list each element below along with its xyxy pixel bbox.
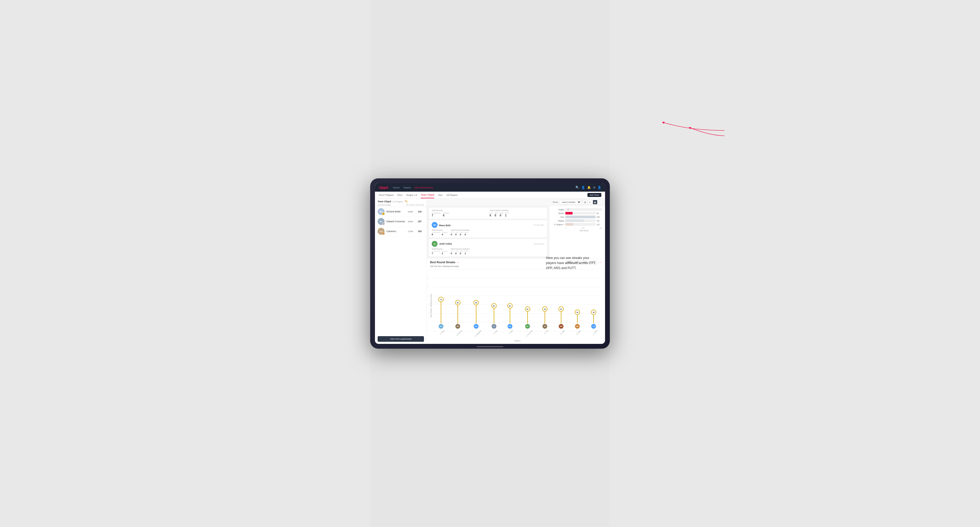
player-name-butler: R. Butler <box>576 330 581 335</box>
pa-app: 0 <box>495 214 498 217</box>
player-row-1[interactable]: RB 1 Richard Butler 19/20 110 <box>375 207 426 217</box>
nav-my-performance[interactable]: My Performance <box>415 186 433 189</box>
subnav-all-players[interactable]: All Players <box>446 194 458 197</box>
player-info-3: Cameron... <box>387 230 405 233</box>
bar-birdies: Birdies 96 <box>552 212 602 214</box>
search-icon[interactable]: 🔍 <box>576 186 579 189</box>
bar-dbogeys: D. Bogeys + 131 <box>552 223 602 226</box>
streak-col-britt: 5x RB R. Britt <box>508 269 513 332</box>
cards-bar-row: Total Rounds Tournament 7 Practice <box>427 206 605 258</box>
streak-bubble-butler: 3x <box>575 310 580 315</box>
ytick-1: 1 <box>428 321 429 322</box>
subnav-tour[interactable]: Tour <box>438 194 442 197</box>
streak-bubble-miller: 4x <box>558 306 564 312</box>
ytick-4: 4 <box>428 295 429 297</box>
rees-practice: 4 <box>442 233 448 236</box>
arrow-indicator: ← <box>457 261 460 264</box>
streak-col-ebert: 7x EE E. Ebert <box>438 269 444 332</box>
player-name-ebert: E. Ebert <box>440 330 445 335</box>
sub-nav-links: PGAT Players PGA Hcaps 1-5 Team Clippd T… <box>379 192 587 198</box>
josh-coles-card[interactable]: JC Josh Coles 26 Aug 2023 Total Rounds <box>429 239 547 257</box>
ytick-3: 3 <box>428 304 429 305</box>
total-rounds-tournament: 7 <box>432 214 441 217</box>
rank-badge-1: 1 <box>382 213 385 215</box>
bar-label-eagles: Eagles <box>552 209 564 211</box>
card-date-rees: 02 Sep 2023 <box>534 224 544 226</box>
axis-0: 0 <box>565 227 566 229</box>
bar-chart-title: Total Shots <box>552 230 602 232</box>
streak-bubble-billingham: 6x <box>474 300 479 305</box>
nav-actions: 🔍 👤 🔔 ⊕ 👤 <box>576 186 601 189</box>
streak-col-billingham: 6x DB D. Billingham <box>472 269 480 332</box>
list-view-icon[interactable]: ≡ <box>588 200 592 205</box>
player-info-1: Richard Butler <box>387 210 405 213</box>
callout-annotation: Here you can see streaks your players ha… <box>546 256 599 271</box>
col-headers: PLAYER NAME PB SCORE PB AVG SQ <box>375 204 426 207</box>
player-img-britt: RB <box>508 324 512 329</box>
streak-bubble-mcherg: 6x <box>455 300 460 305</box>
chart-area: 7 6 5 4 3 2 1 0 <box>433 269 602 342</box>
axis-200: 200 <box>581 227 584 229</box>
rank-badge-2: 2 <box>382 222 385 225</box>
streaks-title: Best Round Streaks <box>430 261 455 264</box>
streak-col-miller: 4x MM M. Miller <box>558 269 564 332</box>
bell-icon[interactable]: 🔔 <box>587 186 591 189</box>
streak-col-crossman: 4x EC E. Crossman <box>523 269 532 332</box>
nav-teams[interactable]: Teams <box>403 186 411 189</box>
col-player-name: PLAYER NAME <box>378 204 405 206</box>
edit-icon[interactable]: ✏️ <box>405 200 408 203</box>
rank-badge-3: 3 <box>382 232 385 235</box>
rees-britt-card[interactable]: RB Rees Britt 02 Sep 2023 Total Rounds <box>429 220 547 238</box>
x-axis-label: Players <box>433 340 602 342</box>
summary-card: Total Rounds Tournament 7 Practice <box>429 208 547 219</box>
rees-ott: 0 <box>450 233 454 236</box>
bar-value-bogeys: 311 <box>597 220 602 222</box>
subnav-pgat[interactable]: PGAT Players <box>379 192 394 198</box>
player-row-2[interactable]: EC 2 Edward Crossman 18/20 107 <box>375 217 426 227</box>
player-info-2: Edward Crossman <box>387 220 405 223</box>
sub-nav: PGAT Players PGA Hcaps 1-5 Team Clippd T… <box>375 192 605 198</box>
subnav-hcaps[interactable]: Hcaps 1-5 <box>406 194 417 197</box>
player-name-coles: J. Coles <box>493 330 498 335</box>
nav-home[interactable]: Home <box>393 186 399 189</box>
axis-400: 400 <box>600 227 602 229</box>
subnav-pga[interactable]: PGA <box>397 194 402 197</box>
player-avatar-3: CA 3 <box>378 228 385 235</box>
bar-eagles: Eagles 3 <box>552 208 602 211</box>
player-avg-1: 110 <box>415 210 424 213</box>
streak-bubble-quick: 3x <box>591 310 596 315</box>
josh-app: 0 <box>455 252 458 255</box>
chart-view-icon[interactable]: ↑ <box>598 200 602 205</box>
col-pb-avg: PB AVG SQ <box>415 204 424 206</box>
nav-links: Home Teams My Performance <box>393 186 576 189</box>
settings-icon[interactable]: ⊕ <box>593 186 595 189</box>
grid-view-icon[interactable]: ⊞ <box>583 200 587 205</box>
player-score-1: 19/20 <box>405 211 415 213</box>
player-name-billingham: D. Billingham <box>474 330 482 337</box>
player-img-coles: JC <box>492 324 496 329</box>
josh-ott: 0 <box>450 252 454 255</box>
middle-right-area: Show Last 3 months Last 6 months Last ye… <box>427 198 605 344</box>
player-name-mcherg: B. McHerg <box>457 330 463 336</box>
player-avg-3: 103 <box>415 230 424 233</box>
table-view-icon[interactable]: ▦ <box>593 200 597 205</box>
time-period-select[interactable]: Last 3 months Last 6 months Last year <box>559 200 581 205</box>
player-row-3[interactable]: CA 3 Cameron... 17/20 103 <box>375 227 426 237</box>
streak-col-quick: 3x CQ C. Quick <box>591 269 597 332</box>
view-icons: ⊞ ≡ ▦ ↑ <box>583 200 602 205</box>
subnav-team-clippd[interactable]: Team Clippd <box>421 192 434 198</box>
streak-col-butler: 3x RB R. Butler <box>574 269 580 332</box>
streak-chart-container: Best Streak, Fairway Accuracy <box>430 269 602 342</box>
player-name-3: Cameron... <box>387 230 405 233</box>
logo: clippd <box>379 186 388 189</box>
player-name-crossman: E. Crossman <box>526 330 533 337</box>
user-icon[interactable]: 👤 <box>581 186 585 189</box>
pa-ott: 0 <box>490 214 493 217</box>
view-leaderboard-button[interactable]: View Full Leaderboard <box>378 336 424 342</box>
callout-arrow-right: ← <box>599 260 602 264</box>
add-team-button[interactable]: Add Team <box>587 193 601 197</box>
bar-bogeys: Bogeys 311 <box>552 219 602 222</box>
avatar-icon[interactable]: 👤 <box>598 186 601 189</box>
home-indicator <box>477 346 503 347</box>
player-img-ford: DF <box>542 324 547 329</box>
